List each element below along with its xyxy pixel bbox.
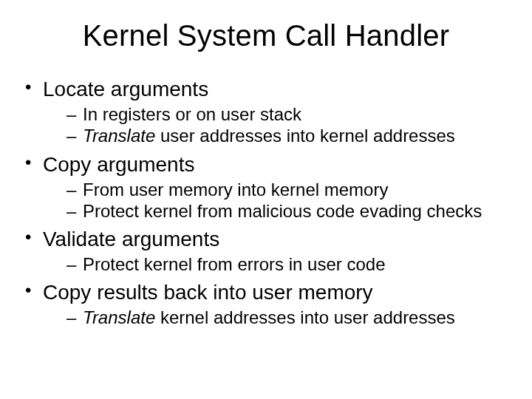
slide: Kernel System Call Handler Locate argume… <box>0 0 532 399</box>
bullet-list: Locate arguments In registers or on user… <box>21 76 511 329</box>
sub-list: From user memory into kernel memory Prot… <box>43 179 511 222</box>
bullet-item: Locate arguments In registers or on user… <box>24 76 511 147</box>
bullet-text: Locate arguments <box>43 78 208 100</box>
sub-item: From user memory into kernel memory <box>66 179 511 200</box>
sub-item: Translate kernel addresses into user add… <box>66 307 511 328</box>
sub-item: Protect kernel from malicious code evadi… <box>66 200 511 222</box>
bullet-text: Copy results back into user memory <box>43 281 373 304</box>
sub-rest: kernel addresses into user addresses <box>155 307 455 327</box>
slide-title: Kernel System Call Handler <box>21 19 511 52</box>
sub-text: From user memory into kernel memory <box>83 180 388 200</box>
sub-em: Translate <box>83 126 155 146</box>
bullet-text: Validate arguments <box>43 228 219 250</box>
bullet-item: Copy results back into user memory Trans… <box>24 279 511 328</box>
sub-rest: user addresses into kernel addresses <box>155 126 455 146</box>
sub-item: Protect kernel from errors in user code <box>66 253 511 275</box>
sub-list: Translate kernel addresses into user add… <box>43 307 511 328</box>
sub-item: Translate user addresses into kernel add… <box>66 125 511 146</box>
bullet-item: Validate arguments Protect kernel from e… <box>24 226 511 275</box>
sub-item: In registers or on user stack <box>66 103 511 125</box>
sub-text: Protect kernel from malicious code evadi… <box>83 201 482 221</box>
sub-list: Protect kernel from errors in user code <box>43 253 511 275</box>
bullet-item: Copy arguments From user memory into ker… <box>24 151 511 222</box>
bullet-text: Copy arguments <box>43 153 194 176</box>
sub-list: In registers or on user stack Translate … <box>43 103 511 147</box>
sub-text: In registers or on user stack <box>83 104 301 124</box>
sub-text: Protect kernel from errors in user code <box>83 254 386 274</box>
sub-em: Translate <box>83 307 155 327</box>
